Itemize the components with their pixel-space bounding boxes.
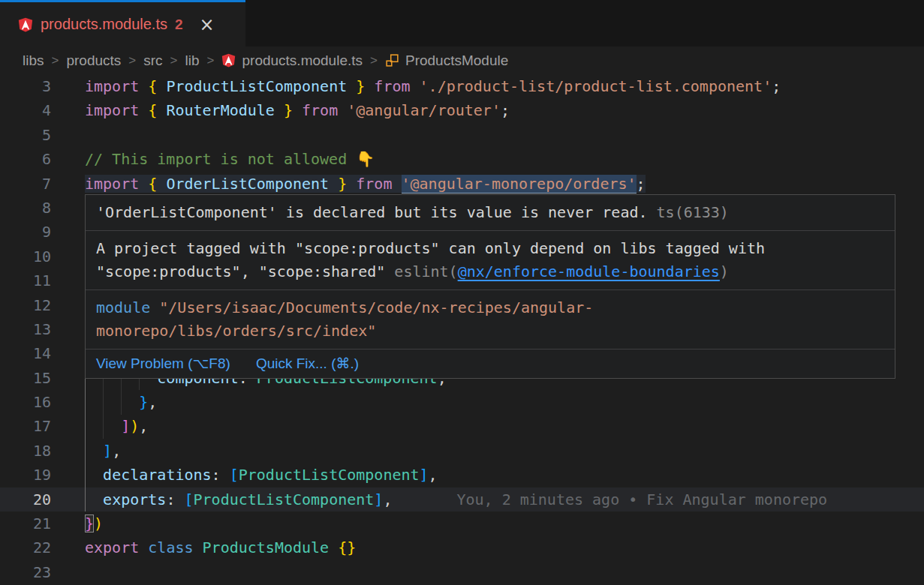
code-line-3[interactable]: 3import { ProductListComponent } from '.… bbox=[0, 74, 924, 98]
quick-fix-button[interactable]: Quick Fix... (⌘.) bbox=[256, 354, 359, 374]
code-text: import { OrderListComponent } from '@ang… bbox=[85, 172, 646, 196]
code-line-5[interactable]: 5 bbox=[0, 123, 924, 147]
code-line-19[interactable]: 19 declarations: [ProductListComponent], bbox=[0, 463, 924, 487]
chevron-right-icon: > bbox=[370, 53, 378, 68]
line-number: 7 bbox=[0, 172, 85, 196]
line-number: 5 bbox=[0, 123, 85, 147]
code-text: import { RouterModule } from '@angular/r… bbox=[85, 98, 510, 122]
line-number: 21 bbox=[0, 512, 85, 536]
breadcrumb: libs > products > src > lib > products.m… bbox=[0, 46, 924, 74]
class-symbol-icon bbox=[385, 53, 399, 68]
git-blame-annotation: You, 2 minutes ago • Fix Angular monorep… bbox=[456, 490, 827, 508]
line-number: 14 bbox=[0, 341, 85, 365]
line-number: 13 bbox=[0, 317, 85, 341]
line-number: 6 bbox=[0, 147, 85, 171]
tab-title: products.module.ts bbox=[41, 16, 167, 33]
line-number: 11 bbox=[0, 268, 85, 292]
code-text: declarations: [ProductListComponent], bbox=[85, 463, 438, 487]
code-text: exports: [ProductListComponent],You, 2 m… bbox=[85, 488, 827, 512]
chevron-right-icon: > bbox=[128, 53, 136, 68]
code-text: // This import is not allowed 👇 bbox=[85, 147, 375, 171]
tab-products-module[interactable]: products.module.ts 2 × bbox=[0, 0, 245, 46]
breadcrumb-item-products[interactable]: products bbox=[66, 52, 121, 69]
code-line-17[interactable]: 17 ]), bbox=[0, 414, 924, 438]
code-text: ]), bbox=[85, 414, 148, 438]
code-line-20[interactable]: 20 exports: [ProductListComponent],You, … bbox=[0, 488, 924, 512]
code-line-18[interactable]: 18 ], bbox=[0, 439, 924, 463]
ts-error-code: ts(6133) bbox=[648, 203, 729, 221]
code-line-6[interactable]: 6// This import is not allowed 👇 bbox=[0, 147, 924, 171]
line-number: 15 bbox=[0, 366, 85, 390]
chevron-right-icon: > bbox=[52, 53, 59, 68]
code-line-16[interactable]: 16 }, bbox=[0, 390, 924, 414]
line-number: 3 bbox=[0, 74, 85, 98]
breadcrumb-item-libs[interactable]: libs bbox=[23, 52, 44, 69]
editor: 3import { ProductListComponent } from '.… bbox=[0, 74, 924, 584]
line-number: 18 bbox=[0, 439, 85, 463]
code-line-4[interactable]: 4import { RouterModule } from '@angular/… bbox=[0, 98, 924, 122]
chevron-right-icon: > bbox=[170, 53, 178, 68]
indent-guide bbox=[121, 374, 122, 415]
line-number: 22 bbox=[0, 536, 85, 560]
code-line-23[interactable]: 23 bbox=[0, 560, 924, 584]
breadcrumb-item-src[interactable]: src bbox=[143, 52, 162, 69]
chevron-right-icon: > bbox=[207, 53, 215, 68]
eslint-error-message: A project tagged with "scope:products" c… bbox=[86, 230, 895, 290]
code-text: }) bbox=[85, 512, 103, 536]
line-number: 9 bbox=[0, 220, 85, 244]
code-line-22[interactable]: 22export class ProductsModule {} bbox=[0, 536, 924, 560]
module-path-info: module "/Users/isaac/Documents/code/nx-r… bbox=[86, 290, 895, 349]
breadcrumb-item-symbol[interactable]: ProductsModule bbox=[385, 52, 508, 69]
view-problem-button[interactable]: View Problem (⌥F8) bbox=[96, 354, 230, 374]
code-text: ], bbox=[85, 439, 121, 463]
code-line-21[interactable]: 21}) bbox=[0, 512, 924, 536]
angular-file-icon bbox=[18, 17, 33, 32]
line-number: 19 bbox=[0, 463, 85, 487]
tab-error-count-badge: 2 bbox=[175, 16, 183, 33]
angular-file-icon bbox=[221, 53, 236, 68]
line-number: 8 bbox=[0, 196, 85, 220]
line-number: 4 bbox=[0, 98, 85, 122]
breadcrumb-item-file[interactable]: products.module.ts bbox=[221, 52, 363, 69]
code-text: import { ProductListComponent } from './… bbox=[85, 74, 781, 98]
line-number: 10 bbox=[0, 244, 85, 268]
tab-bar: products.module.ts 2 × bbox=[0, 0, 924, 46]
line-number: 17 bbox=[0, 414, 85, 438]
eslint-rule-link[interactable]: @nx/enforce-module-boundaries bbox=[458, 262, 720, 280]
popup-action-bar: View Problem (⌥F8) Quick Fix... (⌘.) bbox=[86, 349, 895, 378]
line-number: 16 bbox=[0, 390, 85, 414]
indent-guide bbox=[103, 374, 104, 439]
indent-guide-active bbox=[85, 374, 86, 512]
breadcrumb-item-lib[interactable]: lib bbox=[185, 52, 200, 69]
line-number: 20 bbox=[0, 488, 85, 512]
close-icon[interactable]: × bbox=[200, 16, 215, 34]
error-hover-popup: 'OrderListComponent' is declared but its… bbox=[85, 194, 895, 379]
code-line-7[interactable]: 7import { OrderListComponent } from '@an… bbox=[0, 172, 924, 196]
ts-error-message: 'OrderListComponent' is declared but its… bbox=[86, 195, 895, 230]
code-text: export class ProductsModule {} bbox=[85, 536, 356, 560]
line-number: 23 bbox=[0, 560, 85, 584]
line-number: 12 bbox=[0, 293, 85, 317]
tab-strip-empty bbox=[245, 0, 924, 46]
